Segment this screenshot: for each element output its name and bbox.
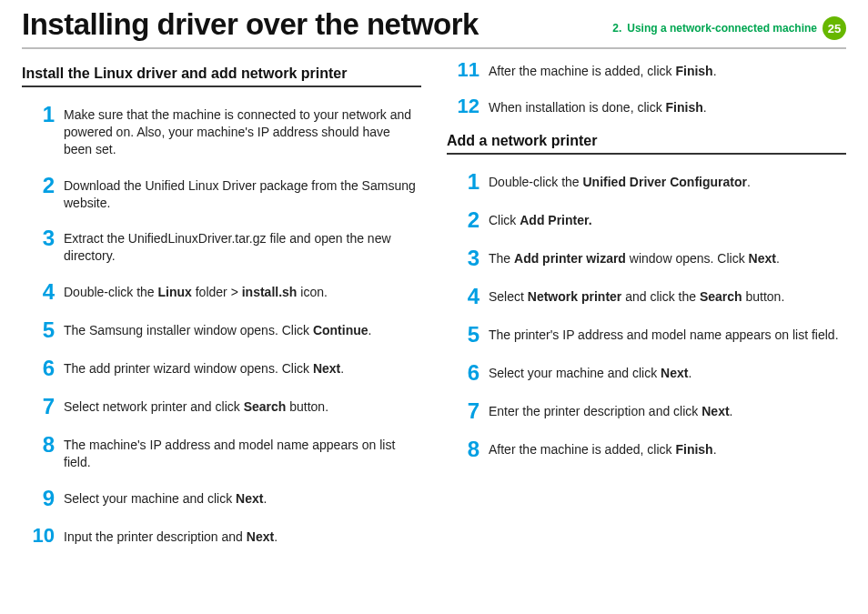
bold-text: Next [749, 251, 776, 266]
step-number: 7 [22, 396, 55, 418]
step: 1Make sure that the machine is connected… [22, 104, 421, 158]
step-number: 3 [22, 227, 55, 249]
bold-text: Add printer wizard [514, 251, 626, 266]
bold-text: Search [700, 289, 742, 304]
breadcrumb-prefix: 2. [612, 22, 621, 35]
step-number: 6 [447, 362, 479, 384]
header: Installing driver over the network 2. Us… [22, 7, 846, 42]
step-number: 1 [447, 171, 479, 193]
step-text: When installation is done, click Finish. [489, 96, 707, 116]
columns: Install the Linux driver and add network… [22, 60, 846, 562]
step-number: 5 [447, 324, 479, 346]
step-text: Enter the printer description and click … [489, 400, 732, 420]
step-number: 5 [22, 319, 55, 341]
step-text: Select your machine and click Next. [64, 488, 267, 508]
bold-text: Finish [675, 442, 712, 457]
step-number: 7 [447, 400, 479, 422]
step: 5The printer's IP address and model name… [447, 324, 846, 346]
step-text: The Samsung installer window opens. Clic… [64, 319, 371, 339]
step-text: After the machine is added, click Finish… [489, 60, 717, 80]
step-text: Extract the UnifiedLinuxDriver.tar.gz fi… [64, 227, 421, 265]
bold-text: Next [701, 404, 729, 418]
step: 4Double-click the Linux folder > install… [22, 281, 421, 303]
step-number: 6 [22, 357, 55, 379]
bold-text: Finish [675, 64, 712, 78]
step: 2Download the Unified Linux Driver packa… [22, 175, 421, 212]
step-text: Click Add Printer. [489, 209, 592, 229]
step-number: 12 [447, 96, 479, 116]
step: 5The Samsung installer window opens. Cli… [22, 319, 421, 341]
step-text: The Add printer wizard window opens. Cli… [489, 247, 780, 267]
step: 11After the machine is added, click Fini… [447, 60, 846, 80]
bold-text: Network printer [528, 289, 621, 304]
step: 7Select network printer and click Search… [22, 396, 421, 418]
bold-text: Continue [313, 323, 368, 337]
breadcrumb: 2. Using a network-connected machine 25 [612, 16, 846, 40]
step-number: 4 [447, 286, 479, 307]
step-text: The printer's IP address and model name … [489, 324, 839, 344]
step: 9Select your machine and click Next. [22, 488, 421, 509]
step-text: Make sure that the machine is connected … [64, 104, 421, 158]
right-column: 11After the machine is added, click Fini… [447, 60, 846, 562]
step-number: 3 [447, 247, 479, 269]
step: 1Double-click the Unified Driver Configu… [447, 171, 846, 193]
page-title: Installing driver over the network [22, 7, 479, 42]
step-text: Download the Unified Linux Driver packag… [64, 175, 421, 212]
bold-text: Next [236, 491, 263, 506]
step: 7Enter the printer description and click… [447, 400, 846, 422]
section-title-right: Add a network printer [447, 133, 846, 155]
step-text: Select your machine and click Next. [489, 362, 691, 382]
right-top-steps: 11After the machine is added, click Fini… [447, 60, 846, 116]
bold-text: install.sh [242, 285, 298, 299]
step: 3Extract the UnifiedLinuxDriver.tar.gz f… [22, 227, 421, 265]
bold-text: Next [247, 529, 274, 544]
step-text: After the machine is added, click Finish… [489, 438, 717, 458]
right-steps: 1Double-click the Unified Driver Configu… [447, 171, 846, 460]
left-steps: 1Make sure that the machine is connected… [22, 104, 421, 546]
step-text: The add printer wizard window opens. Cli… [64, 357, 344, 377]
step: 8After the machine is added, click Finis… [447, 438, 846, 460]
bold-text: Unified Driver Configurator [583, 175, 747, 189]
step-text: Double-click the Unified Driver Configur… [489, 171, 751, 191]
bold-text: Finish [666, 100, 703, 115]
step-number: 9 [22, 488, 55, 509]
step: 3The Add printer wizard window opens. Cl… [447, 247, 846, 269]
step-number: 2 [22, 175, 55, 196]
step-text: The machine's IP address and model name … [64, 434, 421, 471]
step-text: Double-click the Linux folder > install.… [64, 281, 328, 301]
step-number: 8 [22, 434, 55, 456]
step-text: Select network printer and click Search … [64, 396, 328, 416]
step: 10Input the printer description and Next… [22, 526, 421, 546]
step-number: 2 [447, 209, 479, 231]
step-number: 4 [22, 281, 55, 303]
section-title-left: Install the Linux driver and add network… [22, 65, 421, 87]
step-text: Select Network printer and click the Sea… [489, 286, 784, 306]
bold-text: Next [313, 361, 340, 376]
step: 8The machine's IP address and model name… [22, 434, 421, 471]
step-number: 11 [447, 60, 479, 80]
header-rule [22, 47, 846, 49]
step: 4Select Network printer and click the Se… [447, 286, 846, 307]
page-number-badge: 25 [823, 16, 846, 40]
step: 6The add printer wizard window opens. Cl… [22, 357, 421, 379]
page: Installing driver over the network 2. Us… [0, 0, 868, 614]
breadcrumb-label: Using a network-connected machine [627, 22, 817, 35]
left-column: Install the Linux driver and add network… [22, 60, 421, 562]
step: 2Click Add Printer. [447, 209, 846, 231]
bold-text: Add Printer. [520, 213, 591, 227]
bold-text: Next [661, 366, 688, 380]
bold-text: Search [244, 399, 287, 414]
step: 6Select your machine and click Next. [447, 362, 846, 384]
step: 12When installation is done, click Finis… [447, 96, 846, 116]
step-text: Input the printer description and Next. [64, 526, 278, 546]
bold-text: Linux [158, 285, 192, 299]
step-number: 8 [447, 438, 479, 460]
step-number: 1 [22, 104, 55, 126]
step-number: 10 [22, 526, 55, 546]
